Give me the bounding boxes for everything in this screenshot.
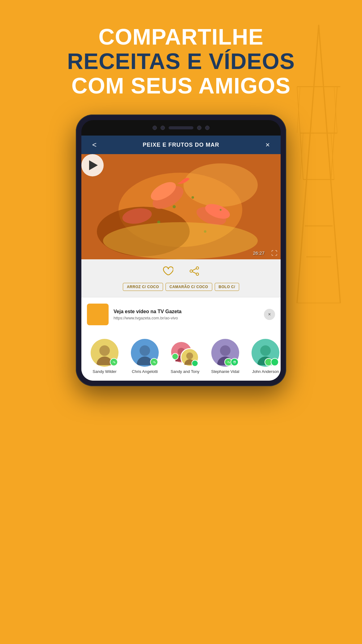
svg-point-41 — [229, 362, 230, 363]
tony-head — [186, 352, 193, 359]
john-anderson-head — [260, 345, 271, 356]
phone-screen: < PEIXE E FRUTOS DO MAR × — [81, 136, 281, 381]
svg-point-32 — [190, 270, 192, 272]
svg-line-35 — [192, 272, 196, 274]
share-card-url: https://www.tvgazeta.com.br/ao-vivo — [114, 316, 259, 320]
screen-header: < PEIXE E FRUTOS DO MAR × — [81, 136, 281, 154]
sandy-tony-avatar-wrapper — [171, 339, 199, 367]
camera-dot-right — [197, 126, 201, 130]
stephanie-vidal-avatar-wrapper — [211, 339, 239, 367]
food-overlay — [81, 154, 281, 259]
camera-dot-center — [161, 126, 165, 130]
tag-1[interactable]: ARROZ C/ COCO — [123, 283, 163, 291]
john-anderson-name: John Anderson — [252, 369, 279, 374]
phone-notch — [81, 120, 281, 136]
contacts-row: Sandy Wilder — [81, 331, 281, 381]
speaker-grille — [169, 126, 193, 129]
svg-point-25 — [173, 205, 176, 208]
headline-line2: RECEITAS E VÍDEOS — [67, 49, 295, 74]
contact-chris-angelotti[interactable]: Chris Angelotti — [125, 339, 165, 374]
sandy-tony-badge2 — [192, 360, 198, 367]
sensor-dot — [205, 126, 209, 130]
stephanie-vidal-head — [220, 345, 231, 356]
sandy-tony-name: Sandy and Tony — [171, 369, 200, 374]
chris-angelotti-head — [140, 345, 150, 356]
share-text-block: Veja este vídeo na TV Gazeta https://www… — [114, 309, 259, 320]
sandy-wilder-avatar-wrapper — [91, 339, 119, 367]
stephanie-vidal-badge2 — [231, 358, 239, 366]
sandy-wilder-head — [99, 345, 110, 356]
like-button[interactable] — [162, 266, 173, 277]
video-player[interactable]: 26:27 ⛶ — [81, 154, 281, 259]
phone-mockup: < PEIXE E FRUTOS DO MAR × — [76, 115, 286, 386]
close-button[interactable]: × — [262, 140, 273, 149]
camera-dot-left — [153, 126, 157, 130]
tags-row: ARROZ C/ COCO CAMARÃO C/ COCO BOLO C/ — [81, 283, 281, 297]
stephanie-vidal-name: Stephanie Vidal — [211, 369, 239, 374]
screen-title: PEIXE E FRUTOS DO MAR — [100, 142, 262, 148]
food-svg — [81, 154, 281, 259]
headline-line1: COMPARTILHE — [98, 24, 264, 49]
chris-angelotti-name: Chris Angelotti — [132, 369, 158, 374]
phone-frame: < PEIXE E FRUTOS DO MAR × — [76, 115, 286, 386]
share-card: Veja este vídeo na TV Gazeta https://www… — [81, 297, 281, 331]
svg-point-37 — [114, 362, 115, 363]
fullscreen-button[interactable]: ⛶ — [271, 250, 278, 257]
contact-stephanie-vidal[interactable]: Stephanie Vidal — [205, 339, 245, 374]
contact-john-anderson[interactable]: John Anderson — [245, 339, 281, 374]
svg-point-39 — [155, 362, 156, 363]
contact-sandy-wilder[interactable]: Sandy Wilder — [84, 339, 125, 374]
sandy-wilder-badge — [110, 358, 118, 366]
john-anderson-badge2 — [271, 358, 279, 366]
tag-3[interactable]: BOLO C/ — [215, 283, 239, 291]
svg-point-29 — [220, 209, 222, 211]
actions-bar — [81, 259, 281, 283]
headline-text: COMPARTILHE RECEITAS E VÍDEOS COM SEUS A… — [25, 25, 337, 98]
svg-point-31 — [196, 267, 199, 269]
svg-point-30 — [103, 222, 258, 259]
share-button[interactable] — [189, 266, 200, 277]
svg-line-34 — [192, 269, 196, 270]
svg-point-33 — [196, 273, 199, 275]
contact-sandy-and-tony[interactable]: Sandy and Tony — [165, 339, 205, 374]
sandy-wilder-name: Sandy Wilder — [93, 369, 116, 374]
svg-point-44 — [273, 360, 277, 364]
back-button[interactable]: < — [89, 140, 100, 149]
svg-point-26 — [192, 196, 194, 199]
headline-line3: COM SEUS AMIGOS — [71, 73, 291, 98]
share-close-button[interactable]: × — [264, 309, 275, 320]
chris-angelotti-badge — [150, 358, 158, 366]
share-card-title: Veja este vídeo na TV Gazeta — [114, 309, 259, 314]
sandy-tony-double-avatar — [171, 339, 199, 367]
svg-point-40 — [226, 360, 230, 364]
chris-angelotti-avatar-wrapper — [131, 339, 159, 367]
svg-point-43 — [267, 360, 270, 364]
john-anderson-avatar-wrapper — [252, 339, 279, 367]
svg-point-38 — [152, 360, 156, 364]
share-thumbnail — [87, 304, 109, 325]
svg-point-19 — [183, 163, 258, 207]
svg-point-36 — [112, 360, 116, 364]
video-duration: 26:27 — [253, 250, 265, 256]
header-section: COMPARTILHE RECEITAS E VÍDEOS COM SEUS A… — [0, 25, 362, 98]
tag-2[interactable]: CAMARÃO C/ COCO — [166, 283, 212, 291]
sandy-tony-badge1 — [172, 353, 179, 360]
play-icon — [89, 160, 98, 170]
play-button[interactable] — [81, 154, 104, 176]
